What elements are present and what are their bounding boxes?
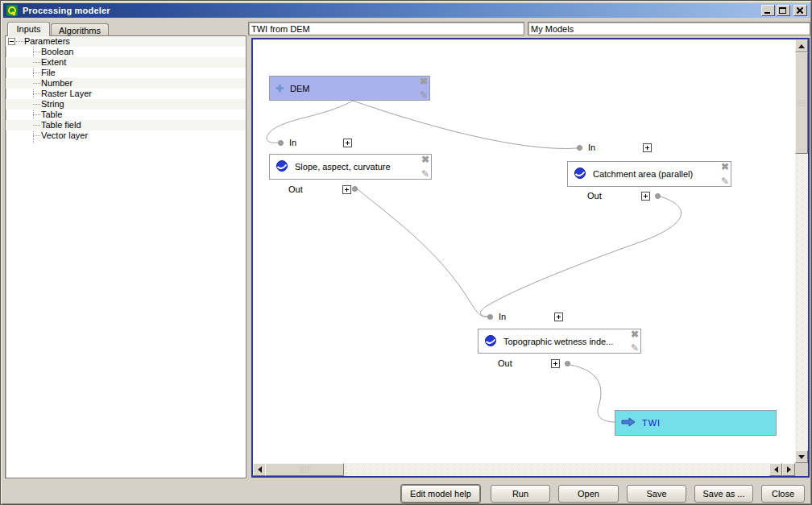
- model-name-input[interactable]: [248, 22, 524, 35]
- saga-icon: [484, 334, 497, 349]
- expand-out-button[interactable]: [551, 359, 560, 368]
- in-label: In: [588, 143, 595, 153]
- scroll-up-button[interactable]: [795, 39, 808, 52]
- in-label: In: [499, 312, 506, 322]
- node-catchment[interactable]: Catchment area (parallel) ✖ ✎: [567, 161, 731, 187]
- window-title: Processing modeler: [23, 6, 110, 15]
- connection-catchment-topo: [480, 197, 681, 317]
- edit-node-icon[interactable]: ✎: [631, 342, 639, 354]
- connection-slope-topo: [358, 189, 488, 317]
- in-anchor-dot: [577, 145, 582, 151]
- in-label: In: [289, 138, 296, 148]
- edit-node-icon[interactable]: ✎: [421, 168, 429, 180]
- processing-modeler-window: Processing modeler Inputs Algorithms Par…: [0, 0, 812, 505]
- connection-dem-catchment: [353, 101, 578, 148]
- delete-node-icon[interactable]: ✖: [721, 161, 729, 172]
- scroll-left-button-2[interactable]: [769, 463, 782, 476]
- qgis-icon: [6, 5, 18, 16]
- node-topographic-wetness[interactable]: Topographic wetness inde... ✖ ✎: [478, 329, 641, 354]
- save-button[interactable]: Save: [627, 485, 686, 503]
- out-label: Out: [587, 191, 602, 201]
- out-label: Out: [288, 184, 303, 195]
- minimize-button[interactable]: [761, 5, 775, 16]
- maximize-icon: [779, 7, 786, 14]
- scroll-left-button[interactable]: [253, 463, 266, 476]
- connection-dem-slope: [267, 101, 353, 143]
- node-dem[interactable]: ✚ DEM ✖ ✎: [269, 76, 430, 101]
- arrow-down-icon: [798, 455, 805, 459]
- saga-icon: [574, 167, 586, 181]
- model-canvas[interactable]: ✚ DEM ✖ ✎ In Slope, aspect, curvature ✖ …: [251, 38, 810, 478]
- delete-node-icon[interactable]: ✖: [421, 154, 429, 165]
- output-arrow-icon: [621, 417, 636, 428]
- tree-item-string[interactable]: String: [6, 99, 246, 110]
- expand-in-button[interactable]: [343, 139, 352, 147]
- out-anchor-dot: [352, 186, 358, 192]
- expand-in-button[interactable]: [554, 313, 563, 321]
- arrow-left-icon: [774, 466, 778, 473]
- run-button[interactable]: Run: [491, 485, 550, 503]
- horizontal-scroll-thumb[interactable]: [265, 463, 344, 476]
- saga-icon: [276, 159, 288, 174]
- in-anchor-dot: [278, 140, 284, 146]
- node-slope[interactable]: Slope, aspect, curvature ✖ ✎: [269, 154, 432, 180]
- close-button[interactable]: [793, 5, 807, 16]
- connection-topo-twi: [570, 365, 615, 422]
- tree-root-parameters[interactable]: Parameters: [6, 36, 246, 47]
- edit-node-icon[interactable]: ✎: [721, 176, 729, 187]
- scrollbar-corner: [795, 463, 808, 476]
- open-button[interactable]: Open: [558, 485, 619, 503]
- edit-model-help-button[interactable]: Edit model help: [401, 485, 480, 503]
- connections-layer: [253, 39, 795, 463]
- edit-node-icon[interactable]: ✎: [420, 89, 428, 101]
- minimize-icon: [764, 12, 770, 14]
- arrow-left-icon: [258, 466, 262, 473]
- tab-inputs[interactable]: Inputs: [7, 22, 50, 36]
- out-label: Out: [498, 358, 512, 369]
- collapse-icon[interactable]: [8, 38, 15, 45]
- inputs-tree-panel: Parameters Boolean Extent File Number Ra…: [5, 35, 246, 478]
- titlebar[interactable]: Processing modeler: [3, 3, 810, 18]
- expand-out-button[interactable]: [641, 192, 650, 201]
- node-twi-output[interactable]: TWI: [615, 410, 777, 436]
- maximize-button[interactable]: [777, 5, 790, 16]
- in-anchor-dot: [487, 314, 493, 320]
- delete-node-icon[interactable]: ✖: [420, 76, 428, 87]
- out-anchor-dot: [655, 193, 661, 199]
- tree-item-table[interactable]: Table: [6, 110, 246, 120]
- tree-item-extent[interactable]: Extent: [6, 57, 246, 68]
- delete-node-icon[interactable]: ✖: [631, 329, 639, 340]
- tree-item-table-field[interactable]: Table field: [6, 120, 246, 130]
- model-group-input[interactable]: [528, 22, 810, 35]
- tree-item-file[interactable]: File: [6, 68, 246, 78]
- scroll-right-button[interactable]: [782, 463, 795, 476]
- tree-item-raster-layer[interactable]: Raster Layer: [6, 89, 246, 99]
- tree-item-number[interactable]: Number: [6, 78, 246, 89]
- scroll-down-button[interactable]: [795, 450, 808, 463]
- window-controls: [761, 5, 807, 16]
- arrow-right-icon: [787, 466, 791, 473]
- expand-out-button[interactable]: [342, 185, 351, 194]
- arrow-up-icon: [798, 44, 805, 48]
- tree-item-boolean[interactable]: Boolean: [6, 47, 246, 57]
- tree-item-vector-layer[interactable]: Vector layer: [6, 130, 246, 141]
- expand-in-button[interactable]: [643, 143, 652, 152]
- save-as-button[interactable]: Save as ...: [694, 485, 753, 503]
- tab-algorithms[interactable]: Algorithms: [51, 23, 109, 36]
- out-anchor-dot: [565, 361, 570, 366]
- close-dialog-button[interactable]: Close: [761, 485, 805, 503]
- input-plus-icon: ✚: [276, 83, 284, 94]
- vertical-scroll-thumb[interactable]: [795, 52, 808, 154]
